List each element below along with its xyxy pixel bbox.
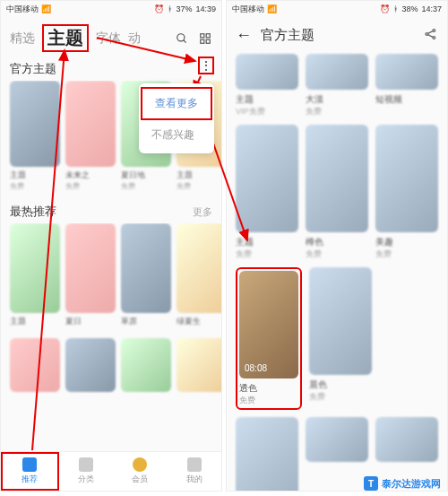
popup-not-interested[interactable]: 不感兴趣 [139, 120, 214, 150]
overflow-popup: 查看更多 不感兴趣 [139, 83, 214, 153]
watermark-icon: T [364, 476, 378, 491]
svg-line-14 [32, 50, 65, 450]
watermark-text: 泰尔达游戏网 [382, 477, 441, 491]
svg-line-11 [97, 38, 195, 61]
watermark: T 泰尔达游戏网 [364, 476, 441, 491]
annotation-arrows [0, 0, 448, 496]
popup-view-more[interactable]: 查看更多 [141, 87, 212, 120]
